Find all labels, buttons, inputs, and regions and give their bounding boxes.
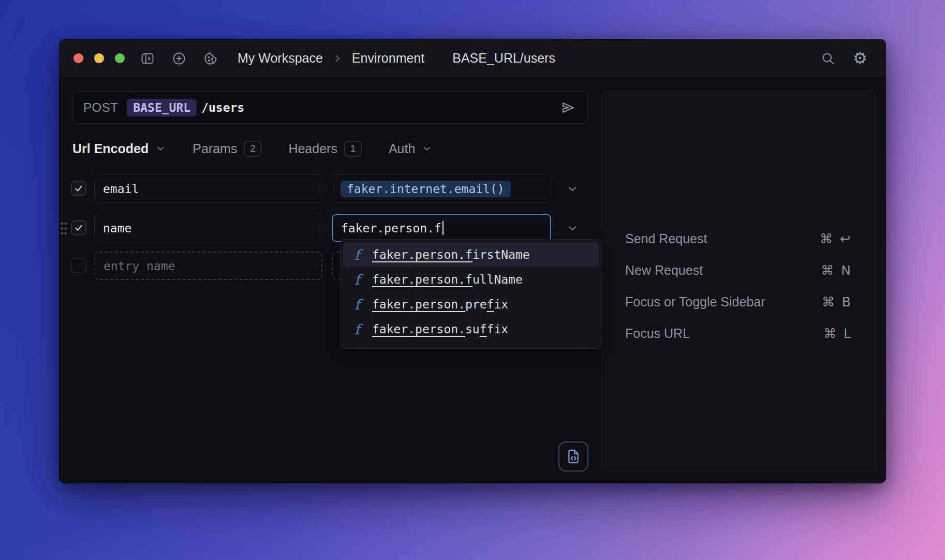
send-button[interactable] bbox=[559, 99, 577, 116]
param-value-input-focused[interactable]: faker.person.f bbox=[332, 214, 551, 242]
send-icon bbox=[560, 100, 576, 115]
response-panel: Send Request ⌘ ↩ New Request ⌘ N Focus o… bbox=[601, 91, 876, 471]
function-icon: f bbox=[351, 321, 363, 337]
tab-auth-label: Auth bbox=[389, 141, 415, 156]
param-value-text: faker.person.f bbox=[341, 222, 441, 235]
tab-auth[interactable]: Auth bbox=[389, 141, 432, 156]
chevron-down-icon bbox=[155, 143, 166, 154]
shortcut-keys: ⌘ N bbox=[821, 263, 852, 278]
request-tab-title[interactable]: BASE_URL/users bbox=[452, 51, 555, 66]
url-bar[interactable]: POST BASE_URL /users bbox=[72, 91, 588, 124]
env-variable-tag[interactable]: BASE_URL bbox=[127, 99, 197, 116]
tab-params[interactable]: Params 2 bbox=[193, 141, 261, 157]
shortcut-label: New Request bbox=[625, 263, 703, 278]
titlebar: My Workspace Environment BASE_URL/users … bbox=[59, 39, 886, 78]
shortcut-keys: ⌘ ↩ bbox=[820, 231, 852, 246]
param-name-text: name bbox=[103, 222, 131, 235]
minimize-button[interactable] bbox=[94, 53, 104, 63]
autocomplete-item-prefix[interactable]: f faker.person.prefix bbox=[343, 292, 599, 317]
close-button[interactable] bbox=[73, 53, 83, 63]
autocomplete-dropdown: f faker.person.firstName f faker.person.… bbox=[340, 239, 602, 349]
search-button[interactable] bbox=[821, 51, 835, 66]
new-request-button[interactable] bbox=[172, 51, 186, 66]
tab-headers[interactable]: Headers 1 bbox=[288, 141, 362, 157]
chevron-right-icon bbox=[333, 54, 342, 63]
app-window: My Workspace Environment BASE_URL/users … bbox=[59, 39, 886, 483]
params-count-badge: 2 bbox=[244, 141, 261, 157]
plus-circle-icon bbox=[172, 51, 186, 66]
request-pane-tabs: Url Encoded Params 2 Headers 1 Auth bbox=[72, 138, 432, 159]
shortcut-label: Focus URL bbox=[625, 326, 690, 341]
cookie-icon bbox=[203, 51, 218, 66]
chevron-down-icon bbox=[566, 183, 579, 195]
code-file-icon bbox=[565, 448, 582, 465]
shortcut-keys: ⌘ L bbox=[823, 326, 852, 341]
headers-count-badge: 1 bbox=[344, 141, 362, 157]
breadcrumb: My Workspace Environment bbox=[238, 51, 424, 66]
shortcut-row: Focus URL ⌘ L bbox=[602, 318, 875, 349]
method-label: POST bbox=[83, 100, 118, 115]
chevron-down-icon bbox=[566, 222, 579, 234]
template-function-pill: faker.internet.email() bbox=[341, 181, 511, 197]
row-options-button[interactable] bbox=[564, 221, 581, 235]
gear-icon: ⚙ bbox=[853, 50, 867, 66]
shortcut-row: New Request ⌘ N bbox=[602, 255, 875, 286]
autocomplete-item-fullname[interactable]: f faker.person.fullName bbox=[343, 267, 599, 292]
url-path: /users bbox=[201, 101, 244, 114]
placeholder-text: entry_name bbox=[104, 259, 175, 273]
checkmark-icon bbox=[73, 223, 84, 233]
sidebar-toggle-icon bbox=[140, 51, 155, 66]
tab-params-label: Params bbox=[193, 141, 237, 156]
body-type-dropdown[interactable]: Url Encoded bbox=[72, 141, 166, 156]
param-value-input[interactable]: faker.internet.email() bbox=[332, 174, 551, 203]
param-name-input-placeholder[interactable]: entry_name bbox=[94, 252, 322, 280]
row-checkbox[interactable] bbox=[71, 220, 86, 235]
body-type-label: Url Encoded bbox=[72, 141, 149, 156]
function-icon: f bbox=[351, 247, 363, 263]
search-icon bbox=[821, 51, 835, 66]
autocomplete-item-suffix[interactable]: f faker.person.suffix bbox=[343, 317, 599, 342]
checkmark-icon bbox=[73, 183, 84, 194]
zoom-button[interactable] bbox=[115, 53, 125, 63]
breadcrumb-workspace[interactable]: My Workspace bbox=[238, 51, 323, 66]
row-checkbox[interactable] bbox=[71, 181, 86, 196]
function-icon: f bbox=[351, 297, 363, 313]
traffic-lights bbox=[73, 53, 125, 63]
function-icon: f bbox=[351, 272, 363, 288]
chevron-down-icon bbox=[422, 143, 432, 154]
breadcrumb-environment[interactable]: Environment bbox=[352, 51, 424, 66]
param-name-input[interactable]: email bbox=[94, 174, 322, 203]
desktop-background: { "titlebar": { "breadcrumb": { "workspa… bbox=[0, 0, 945, 560]
sidebar-toggle-button[interactable] bbox=[140, 51, 155, 66]
view-code-button[interactable] bbox=[558, 441, 588, 471]
drag-handle-icon[interactable] bbox=[60, 222, 68, 235]
row-checkbox-disabled[interactable] bbox=[71, 258, 86, 273]
param-name-text: email bbox=[103, 182, 139, 196]
text-caret bbox=[442, 221, 444, 235]
keyboard-shortcuts-list: Send Request ⌘ ↩ New Request ⌘ N Focus o… bbox=[602, 223, 875, 349]
shortcut-label: Send Request bbox=[625, 231, 707, 246]
param-name-input[interactable]: name bbox=[94, 214, 322, 242]
shortcut-row: Send Request ⌘ ↩ bbox=[602, 223, 875, 255]
cookies-button[interactable] bbox=[203, 51, 218, 66]
param-row-email: email faker.internet.email() bbox=[59, 174, 588, 203]
settings-button[interactable]: ⚙ bbox=[853, 51, 867, 66]
row-options-button[interactable] bbox=[564, 182, 581, 196]
shortcut-keys: ⌘ B bbox=[822, 294, 852, 310]
tab-headers-label: Headers bbox=[288, 141, 337, 156]
shortcut-row: Focus or Toggle Sidebar ⌘ B bbox=[602, 286, 875, 318]
shortcut-label: Focus or Toggle Sidebar bbox=[625, 294, 765, 310]
autocomplete-item-firstname[interactable]: f faker.person.firstName bbox=[343, 242, 599, 267]
param-row-name: name faker.person.f bbox=[59, 214, 588, 242]
